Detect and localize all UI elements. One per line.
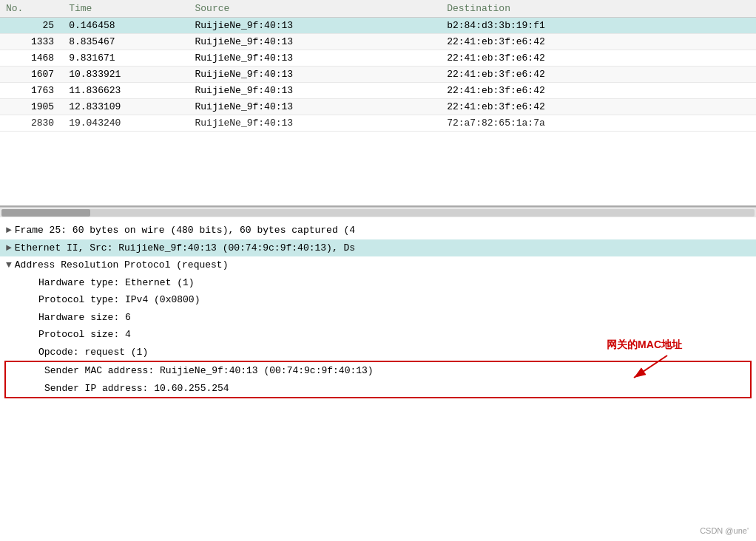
annotation-text: 网关的MAC地址 xyxy=(607,338,682,352)
cell-time: 0.146458 xyxy=(63,18,189,34)
expand-ethernet-icon[interactable]: ► xyxy=(6,241,12,256)
scrollbar-thumb[interactable] xyxy=(1,209,90,217)
sender-mac-text: Sender MAC address: RuijieNe_9f:40:13 (0… xyxy=(44,364,374,378)
svg-line-1 xyxy=(634,355,667,378)
col-time-header: Time xyxy=(63,0,189,18)
cell-no: 1763 xyxy=(0,83,63,99)
cell-dest: 22:41:eb:3f:e6:42 xyxy=(441,50,756,67)
cell-no: 2830 xyxy=(0,115,63,132)
cell-dest: 22:41:eb:3f:e6:42 xyxy=(441,34,756,50)
table-row[interactable]: 176311.836623RuijieNe_9f:40:1322:41:eb:3… xyxy=(0,83,756,99)
cell-no: 1468 xyxy=(0,50,63,67)
cell-source: RuijieNe_9f:40:13 xyxy=(189,99,441,115)
cell-time: 9.831671 xyxy=(63,50,189,67)
expand-arp-icon[interactable]: ▼ xyxy=(6,258,12,273)
table-row[interactable]: 160710.833921RuijieNe_9f:40:1322:41:eb:3… xyxy=(0,67,756,83)
annotation-container: 网关的MAC地址 xyxy=(607,338,682,381)
horizontal-scrollbar[interactable] xyxy=(0,207,756,217)
table-row[interactable]: 14689.831671RuijieNe_9f:40:1322:41:eb:3f… xyxy=(0,50,756,67)
arp-field-text: Opcode: request (1) xyxy=(38,345,148,360)
table-header-row: No. Time Source Destination xyxy=(0,0,756,18)
arp-detail-text: Address Resolution Protocol (request) xyxy=(15,258,229,273)
watermark-text: CSDN @une' xyxy=(700,526,749,535)
cell-time: 10.833921 xyxy=(63,67,189,83)
cell-time: 12.833109 xyxy=(63,99,189,115)
arp-field-text: Protocol size: 4 xyxy=(38,327,131,342)
cell-dest: 22:41:eb:3f:e6:42 xyxy=(441,99,756,115)
cell-time: 11.836623 xyxy=(63,83,189,99)
arp-detail-line[interactable]: ▼ Address Resolution Protocol (request) xyxy=(0,256,756,274)
table-row[interactable]: 250.146458RuijieNe_9f:40:13b2:84:d3:3b:1… xyxy=(0,18,756,34)
arp-field-line: Protocol type: IPv4 (0x0800) xyxy=(0,291,756,309)
cell-dest: 22:41:eb:3f:e6:42 xyxy=(441,67,756,83)
cell-no: 1333 xyxy=(0,34,63,50)
packet-list-section: No. Time Source Destination 250.146458Ru… xyxy=(0,0,756,207)
ethernet-detail-line[interactable]: ► Ethernet II, Src: RuijieNe_9f:40:13 (0… xyxy=(0,239,756,257)
cell-dest: b2:84:d3:3b:19:f1 xyxy=(441,18,756,34)
cell-dest: 22:41:eb:3f:e6:42 xyxy=(441,83,756,99)
last-detail-wrapper: 网关的MAC地址 Sender MAC address: RuijieNe_9f… xyxy=(0,361,756,398)
table-row[interactable]: 190512.833109RuijieNe_9f:40:1322:41:eb:3… xyxy=(0,99,756,115)
cell-source: RuijieNe_9f:40:13 xyxy=(189,67,441,83)
cell-source: RuijieNe_9f:40:13 xyxy=(189,34,441,50)
cell-source: RuijieNe_9f:40:13 xyxy=(189,83,441,99)
frame-detail-line[interactable]: ► Frame 25: 60 bytes on wire (480 bits),… xyxy=(0,222,756,239)
cell-dest: 72:a7:82:65:1a:7a xyxy=(441,115,756,132)
cell-source: RuijieNe_9f:40:13 xyxy=(189,50,441,67)
col-source-header: Source xyxy=(189,0,441,18)
cell-no: 25 xyxy=(0,18,63,34)
table-row[interactable]: 283019.043240RuijieNe_9f:40:1372:a7:82:6… xyxy=(0,115,756,132)
cell-source: RuijieNe_9f:40:13 xyxy=(189,115,441,132)
arp-field-text: Hardware size: 6 xyxy=(38,310,131,325)
packet-detail-section: ► Frame 25: 60 bytes on wire (480 bits),… xyxy=(0,217,756,541)
col-no-header: No. xyxy=(0,0,63,18)
cell-time: 8.835467 xyxy=(63,34,189,50)
packet-table: No. Time Source Destination 250.146458Ru… xyxy=(0,0,756,132)
ethernet-detail-text: Ethernet II, Src: RuijieNe_9f:40:13 (00:… xyxy=(15,241,355,256)
arp-field-text: Hardware type: Ethernet (1) xyxy=(38,276,195,290)
arp-field-line: Hardware size: 6 xyxy=(0,309,756,327)
frame-detail-text: Frame 25: 60 bytes on wire (480 bits), 6… xyxy=(15,223,355,238)
sender-ip-line: Sender IP address: 10.60.255.254 xyxy=(6,380,750,398)
sender-ip-text: Sender IP address: 10.60.255.254 xyxy=(44,381,229,396)
col-dest-header: Destination xyxy=(441,0,756,18)
cell-source: RuijieNe_9f:40:13 xyxy=(189,18,441,34)
arp-field-line: Hardware type: Ethernet (1) xyxy=(0,274,756,292)
expand-frame-icon[interactable]: ► xyxy=(6,223,12,238)
table-row[interactable]: 13338.835467RuijieNe_9f:40:1322:41:eb:3f… xyxy=(0,34,756,50)
annotation-arrow-svg xyxy=(623,352,682,381)
cell-no: 1607 xyxy=(0,67,63,83)
cell-no: 1905 xyxy=(0,99,63,115)
cell-time: 19.043240 xyxy=(63,115,189,132)
arp-field-text: Protocol type: IPv4 (0x0800) xyxy=(38,293,200,307)
scrollbar-track xyxy=(1,209,755,217)
